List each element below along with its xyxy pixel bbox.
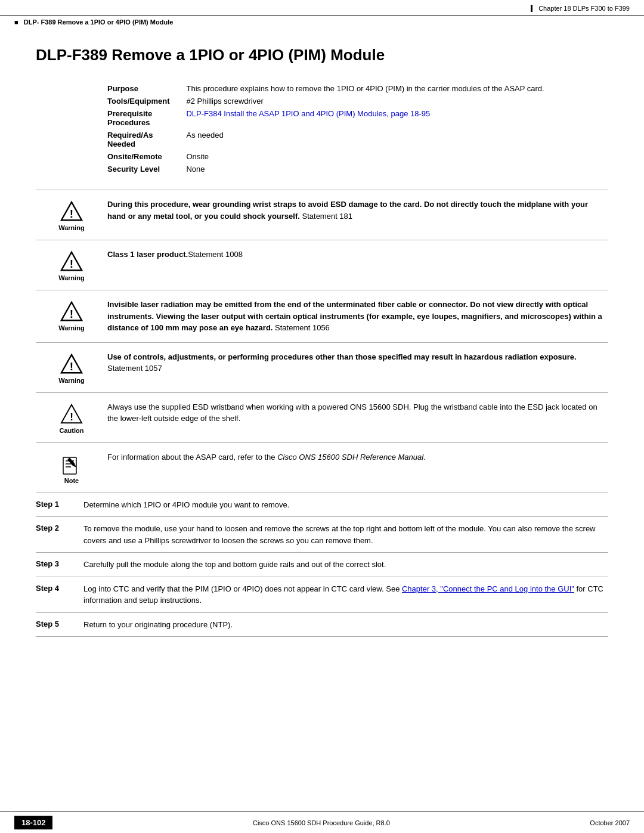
info-value[interactable]: DLP-F384 Install the ASAP 1PIO and 4PIO … xyxy=(174,107,608,129)
breadcrumb-icon: ■ xyxy=(14,18,18,26)
svg-text:!: ! xyxy=(70,308,73,320)
info-row: Prerequisite ProceduresDLP-F384 Install … xyxy=(36,107,608,129)
notice-note: NoteFor information about the ASAP card,… xyxy=(36,442,608,493)
step-label: Step 4 xyxy=(36,583,83,593)
warning-icon: ! xyxy=(60,200,83,224)
warning-text: Invisible laser radiation may be emitted… xyxy=(107,299,608,334)
step-label: Step 5 xyxy=(36,619,83,628)
page-number-badge: 18-102 xyxy=(14,816,52,829)
info-label: Prerequisite Procedures xyxy=(36,107,174,129)
info-value: As needed xyxy=(174,129,608,150)
warning-label-col: ! Warning xyxy=(36,351,107,384)
svg-text:!: ! xyxy=(70,258,73,270)
warning-icon: ! xyxy=(60,250,83,274)
info-table: PurposeThis procedure explains how to re… xyxy=(36,82,608,175)
info-row: Security LevelNone xyxy=(36,163,608,175)
step-row: Step 2To remove the module, use your han… xyxy=(36,516,608,552)
chapter-label: Chapter 18 DLPs F300 to F399 xyxy=(531,5,630,12)
warning-label-col: ! Warning xyxy=(36,249,107,281)
warning-label-col: ! Warning xyxy=(36,299,107,332)
breadcrumb: ■ DLP- F389 Remove a 1PIO or 4PIO (PIM) … xyxy=(0,16,644,28)
info-row: PurposeThis procedure explains how to re… xyxy=(36,82,608,95)
info-value: None xyxy=(174,163,608,175)
notices-container: ! WarningDuring this procedure, wear gro… xyxy=(36,190,608,493)
step-text: Carefully pull the module along the top … xyxy=(83,559,608,571)
notice-warning: ! WarningUse of controls, adjustments, o… xyxy=(36,342,608,392)
caution-icon: ! xyxy=(60,402,83,427)
page-title: DLP-F389 Remove a 1PIO or 4PIO (PIM) Mod… xyxy=(36,46,608,64)
warning-text: During this procedure, wear grounding wr… xyxy=(107,199,608,222)
info-label: Tools/Equipment xyxy=(36,95,174,107)
warning-icon: ! xyxy=(60,300,83,324)
steps-container: Step 1Determine which 1PIO or 4PIO modul… xyxy=(36,493,608,637)
footer-left: 18-102 xyxy=(14,816,52,829)
caution-label-col: ! Caution xyxy=(36,401,107,434)
info-value: Onsite xyxy=(174,150,608,163)
final-divider xyxy=(36,636,608,637)
step-text: Log into CTC and verify that the PIM (1P… xyxy=(83,583,608,606)
main-content: DLP-F389 Remove a 1PIO or 4PIO (PIM) Mod… xyxy=(0,28,644,685)
svg-text:!: ! xyxy=(70,360,73,373)
warning-label-text: Warning xyxy=(58,224,85,231)
info-label: Security Level xyxy=(36,163,174,175)
step-row: Step 4Log into CTC and verify that the P… xyxy=(36,577,608,612)
info-label: Required/As Needed xyxy=(36,129,174,150)
warning-label-text: Warning xyxy=(58,324,85,332)
info-row: Required/As NeededAs needed xyxy=(36,129,608,150)
svg-text:!: ! xyxy=(70,411,73,423)
step-row: Step 1Determine which 1PIO or 4PIO modul… xyxy=(36,493,608,517)
footer-date: October 2007 xyxy=(590,819,630,826)
step-row: Step 5Return to your originating procedu… xyxy=(36,612,608,637)
notice-warning: ! WarningInvisible laser radiation may b… xyxy=(36,290,608,342)
info-value: This procedure explains how to remove th… xyxy=(174,82,608,95)
note-label-text: Note xyxy=(64,477,79,484)
caution-label-text: Caution xyxy=(60,427,84,434)
info-row: Onsite/RemoteOnsite xyxy=(36,150,608,163)
info-row: Tools/Equipment#2 Phillips screwdriver xyxy=(36,95,608,107)
warning-label-col: ! Warning xyxy=(36,199,107,231)
step-row: Step 3Carefully pull the module along th… xyxy=(36,552,608,577)
warning-text: Class 1 laser product.Statement 1008 xyxy=(107,249,608,261)
step-label: Step 3 xyxy=(36,559,83,568)
footer: 18-102 Cisco ONS 15600 SDH Procedure Gui… xyxy=(0,812,644,833)
step-text: Return to your originating procedure (NT… xyxy=(83,619,608,631)
note-label-col: Note xyxy=(36,451,107,484)
warning-label-text: Warning xyxy=(58,274,85,281)
step-label: Step 2 xyxy=(36,523,83,532)
notice-warning: ! WarningClass 1 laser product.Statement… xyxy=(36,240,608,290)
step-text: Determine which 1PIO or 4PIO module you … xyxy=(83,499,608,511)
info-value: #2 Phillips screwdriver xyxy=(174,95,608,107)
notice-warning: ! WarningDuring this procedure, wear gro… xyxy=(36,190,608,240)
warning-icon: ! xyxy=(60,352,83,377)
info-label: Onsite/Remote xyxy=(36,150,174,163)
step-label: Step 1 xyxy=(36,499,83,509)
note-text: For information about the ASAP card, ref… xyxy=(107,451,608,463)
svg-rect-14 xyxy=(67,457,75,466)
note-icon xyxy=(60,453,83,477)
info-label: Purpose xyxy=(36,82,174,95)
warning-text: Use of controls, adjustments, or perform… xyxy=(107,351,608,374)
footer-center-text: Cisco ONS 15600 SDH Procedure Guide, R8.… xyxy=(253,819,390,826)
notice-caution: ! CautionAlways use the supplied ESD wri… xyxy=(36,392,608,442)
step-text: To remove the module, use your hand to l… xyxy=(83,523,608,546)
top-header: Chapter 18 DLPs F300 to F399 xyxy=(0,0,644,16)
caution-text: Always use the supplied ESD wristband wh… xyxy=(107,401,608,425)
svg-text:!: ! xyxy=(70,208,73,220)
warning-label-text: Warning xyxy=(58,377,85,384)
